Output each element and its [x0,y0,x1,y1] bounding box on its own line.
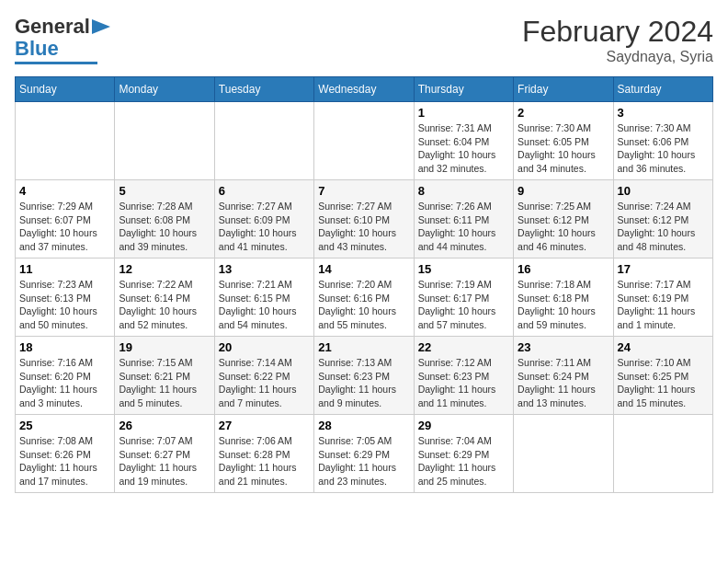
calendar-cell: 18Sunrise: 7:16 AM Sunset: 6:20 PM Dayli… [16,337,115,415]
page-subtitle: Saydnaya, Syria [522,49,713,65]
day-number: 12 [119,262,210,276]
calendar-day-header: Saturday [613,77,712,102]
calendar-cell: 4Sunrise: 7:29 AM Sunset: 6:07 PM Daylig… [16,180,115,259]
day-number: 6 [219,184,310,198]
day-number: 9 [518,184,609,198]
day-info: Sunrise: 7:26 AM Sunset: 6:11 PM Dayligh… [418,200,509,254]
calendar-cell: 2Sunrise: 7:30 AM Sunset: 6:05 PM Daylig… [514,102,613,180]
calendar-cell [314,102,414,180]
day-number: 11 [19,262,110,276]
day-number: 26 [119,419,210,432]
day-info: Sunrise: 7:05 AM Sunset: 6:29 PM Dayligh… [318,434,409,488]
day-info: Sunrise: 7:30 AM Sunset: 6:06 PM Dayligh… [618,121,709,176]
calendar-cell: 20Sunrise: 7:14 AM Sunset: 6:22 PM Dayli… [214,337,313,415]
calendar-cell: 22Sunrise: 7:12 AM Sunset: 6:23 PM Dayli… [414,337,513,415]
calendar-week-row: 25Sunrise: 7:08 AM Sunset: 6:26 PM Dayli… [16,415,713,493]
calendar-cell [115,102,214,180]
calendar-cell: 23Sunrise: 7:11 AM Sunset: 6:24 PM Dayli… [514,337,613,415]
calendar-cell: 1Sunrise: 7:31 AM Sunset: 6:04 PM Daylig… [414,102,513,180]
day-number: 23 [518,340,609,354]
calendar-cell: 25Sunrise: 7:08 AM Sunset: 6:26 PM Dayli… [16,415,115,493]
calendar-cell [16,102,115,180]
calendar-cell: 5Sunrise: 7:28 AM Sunset: 6:08 PM Daylig… [115,180,214,259]
calendar-cell: 29Sunrise: 7:04 AM Sunset: 6:29 PM Dayli… [414,415,513,493]
day-number: 1 [418,106,509,120]
calendar-table: SundayMondayTuesdayWednesdayThursdayFrid… [15,76,713,493]
day-number: 3 [618,106,709,120]
header: General Blue February 2024 Saydnaya, Syr… [15,15,713,65]
calendar-cell: 14Sunrise: 7:20 AM Sunset: 6:16 PM Dayli… [314,259,414,337]
day-number: 7 [318,184,409,198]
calendar-cell: 7Sunrise: 7:27 AM Sunset: 6:10 PM Daylig… [314,180,414,259]
calendar-day-header: Wednesday [314,77,414,102]
calendar-week-row: 18Sunrise: 7:16 AM Sunset: 6:20 PM Dayli… [16,337,713,415]
day-info: Sunrise: 7:12 AM Sunset: 6:23 PM Dayligh… [418,356,509,410]
day-info: Sunrise: 7:07 AM Sunset: 6:27 PM Dayligh… [119,434,210,488]
day-number: 2 [518,106,609,120]
day-info: Sunrise: 7:23 AM Sunset: 6:13 PM Dayligh… [19,278,110,332]
day-info: Sunrise: 7:18 AM Sunset: 6:18 PM Dayligh… [518,278,609,332]
page-title: February 2024 [522,15,713,49]
calendar-cell: 12Sunrise: 7:22 AM Sunset: 6:14 PM Dayli… [115,259,214,337]
day-number: 27 [219,419,310,432]
calendar-cell [514,415,613,493]
title-area: February 2024 Saydnaya, Syria [522,15,713,65]
day-info: Sunrise: 7:22 AM Sunset: 6:14 PM Dayligh… [119,278,210,332]
calendar-cell: 16Sunrise: 7:18 AM Sunset: 6:18 PM Dayli… [514,259,613,337]
calendar-cell: 17Sunrise: 7:17 AM Sunset: 6:19 PM Dayli… [613,259,712,337]
day-number: 13 [219,262,310,276]
calendar-cell: 15Sunrise: 7:19 AM Sunset: 6:17 PM Dayli… [414,259,513,337]
logo-underline [15,62,97,64]
day-number: 4 [19,184,110,198]
calendar-day-header: Tuesday [214,77,313,102]
day-info: Sunrise: 7:10 AM Sunset: 6:25 PM Dayligh… [618,356,709,410]
day-number: 5 [119,184,210,198]
day-info: Sunrise: 7:24 AM Sunset: 6:12 PM Dayligh… [618,200,709,254]
day-info: Sunrise: 7:29 AM Sunset: 6:07 PM Dayligh… [19,200,110,254]
logo-arrow-icon [92,19,110,34]
day-info: Sunrise: 7:08 AM Sunset: 6:26 PM Dayligh… [19,434,110,488]
calendar-cell: 19Sunrise: 7:15 AM Sunset: 6:21 PM Dayli… [115,337,214,415]
calendar-week-row: 1Sunrise: 7:31 AM Sunset: 6:04 PM Daylig… [16,102,713,180]
day-info: Sunrise: 7:25 AM Sunset: 6:12 PM Dayligh… [518,200,609,254]
day-info: Sunrise: 7:16 AM Sunset: 6:20 PM Dayligh… [19,356,110,410]
day-info: Sunrise: 7:14 AM Sunset: 6:22 PM Dayligh… [219,356,310,410]
day-info: Sunrise: 7:20 AM Sunset: 6:16 PM Dayligh… [318,278,409,332]
day-info: Sunrise: 7:31 AM Sunset: 6:04 PM Dayligh… [418,121,509,176]
day-info: Sunrise: 7:21 AM Sunset: 6:15 PM Dayligh… [219,278,310,332]
day-number: 18 [19,340,110,354]
day-info: Sunrise: 7:17 AM Sunset: 6:19 PM Dayligh… [618,278,709,332]
day-number: 20 [219,340,310,354]
day-info: Sunrise: 7:27 AM Sunset: 6:09 PM Dayligh… [219,200,310,254]
day-number: 29 [418,419,509,432]
calendar-week-row: 11Sunrise: 7:23 AM Sunset: 6:13 PM Dayli… [16,259,713,337]
calendar-cell: 24Sunrise: 7:10 AM Sunset: 6:25 PM Dayli… [613,337,712,415]
day-number: 8 [418,184,509,198]
day-number: 10 [618,184,709,198]
calendar-cell: 28Sunrise: 7:05 AM Sunset: 6:29 PM Dayli… [314,415,414,493]
day-info: Sunrise: 7:13 AM Sunset: 6:23 PM Dayligh… [318,356,409,410]
calendar-cell: 21Sunrise: 7:13 AM Sunset: 6:23 PM Dayli… [314,337,414,415]
calendar-cell: 8Sunrise: 7:26 AM Sunset: 6:11 PM Daylig… [414,180,513,259]
logo-blue: Blue [15,39,59,59]
day-number: 25 [19,419,110,432]
calendar-day-header: Friday [514,77,613,102]
day-info: Sunrise: 7:04 AM Sunset: 6:29 PM Dayligh… [418,434,509,488]
day-info: Sunrise: 7:28 AM Sunset: 6:08 PM Dayligh… [119,200,210,254]
day-number: 17 [618,262,709,276]
day-number: 22 [418,340,509,354]
calendar-day-header: Sunday [16,77,115,102]
day-number: 24 [618,340,709,354]
calendar-cell: 6Sunrise: 7:27 AM Sunset: 6:09 PM Daylig… [214,180,313,259]
day-number: 21 [318,340,409,354]
day-info: Sunrise: 7:11 AM Sunset: 6:24 PM Dayligh… [518,356,609,410]
calendar-cell [613,415,712,493]
calendar-header-row: SundayMondayTuesdayWednesdayThursdayFrid… [16,77,713,102]
day-info: Sunrise: 7:06 AM Sunset: 6:28 PM Dayligh… [219,434,310,488]
day-number: 19 [119,340,210,354]
calendar-cell: 13Sunrise: 7:21 AM Sunset: 6:15 PM Dayli… [214,259,313,337]
logo-general: General [15,15,90,39]
calendar-cell: 11Sunrise: 7:23 AM Sunset: 6:13 PM Dayli… [16,259,115,337]
day-number: 15 [418,262,509,276]
calendar-cell: 26Sunrise: 7:07 AM Sunset: 6:27 PM Dayli… [115,415,214,493]
